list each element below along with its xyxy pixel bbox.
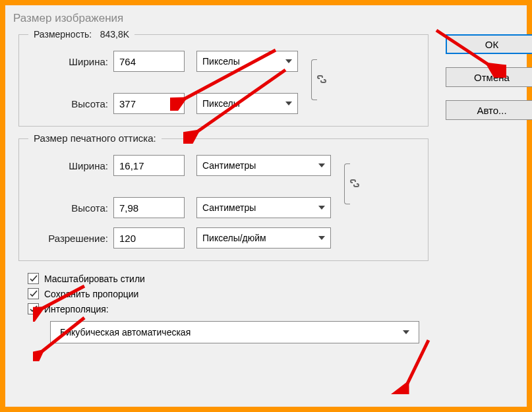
chevron-down-icon	[403, 330, 409, 334]
pixel-height-input[interactable]	[113, 93, 185, 114]
legend-text: Размерность:	[34, 29, 92, 40]
select-value: Сантиметры	[202, 202, 256, 213]
chevron-down-icon	[318, 236, 325, 240]
select-value: Бикубическая автоматическая	[60, 327, 191, 338]
chevron-down-icon	[318, 206, 325, 210]
chevron-down-icon	[285, 102, 292, 105]
pixel-dimensions-group: Размерность: 843,8K Ширина: Пикселы	[18, 34, 429, 127]
resolution-input[interactable]	[113, 227, 185, 249]
width-label: Ширина:	[31, 56, 113, 67]
constrain-proportions-checkbox[interactable]: Сохранить пропорции	[28, 288, 429, 299]
filesize-value: 843,8K	[100, 29, 129, 40]
scale-styles-checkbox[interactable]: Масштабировать стили	[28, 273, 429, 284]
select-value: Пикселы	[202, 98, 240, 109]
ok-button[interactable]: ОК	[446, 34, 532, 54]
doc-width-unit-select[interactable]: Сантиметры	[196, 155, 331, 176]
checkbox-label: Интерполяция:	[44, 304, 109, 314]
pixel-height-unit-select[interactable]: Пикселы	[196, 93, 298, 114]
doc-width-input[interactable]	[113, 155, 185, 176]
checkbox-label: Масштабировать стили	[44, 274, 145, 284]
select-value: Сантиметры	[202, 160, 256, 171]
height-label: Высота:	[31, 98, 113, 109]
doc-height-unit-select[interactable]: Сантиметры	[196, 197, 331, 218]
pixel-width-input[interactable]	[113, 51, 185, 72]
document-size-group: Размер печатного оттиска: Ширина: Сантим…	[18, 138, 429, 261]
constrain-link-icon[interactable]	[338, 163, 367, 203]
constrain-link-icon[interactable]	[305, 59, 334, 99]
svg-line-5	[406, 340, 429, 386]
annotation-arrow	[374, 335, 440, 394]
checkbox-icon	[28, 273, 39, 284]
doc-width-label: Ширина:	[31, 160, 113, 171]
checkbox-icon	[28, 288, 39, 299]
pixel-width-unit-select[interactable]: Пикселы	[196, 51, 298, 72]
pixel-dimensions-legend: Размерность: 843,8K	[28, 28, 134, 40]
select-value: Пикселы/дюйм	[202, 233, 266, 243]
resample-checkbox[interactable]: Интерполяция:	[28, 303, 429, 314]
image-size-dialog: Размер изображения Размерность: 843,8K Ш…	[5, 5, 527, 407]
doc-height-label: Высота:	[31, 202, 113, 214]
auto-button[interactable]: Авто...	[446, 100, 532, 120]
chevron-down-icon	[318, 163, 325, 167]
interpolation-select[interactable]: Бикубическая автоматическая	[50, 321, 419, 343]
resolution-label: Разрешение:	[31, 233, 113, 244]
resolution-unit-select[interactable]: Пикселы/дюйм	[196, 227, 331, 249]
cancel-button[interactable]: Отмена	[446, 67, 532, 87]
document-size-legend: Размер печатного оттиска:	[28, 132, 162, 144]
chevron-down-icon	[285, 59, 292, 63]
checkbox-icon	[28, 303, 39, 314]
checkbox-label: Сохранить пропорции	[44, 289, 138, 299]
select-value: Пикселы	[202, 56, 240, 67]
doc-height-input[interactable]	[113, 197, 185, 218]
